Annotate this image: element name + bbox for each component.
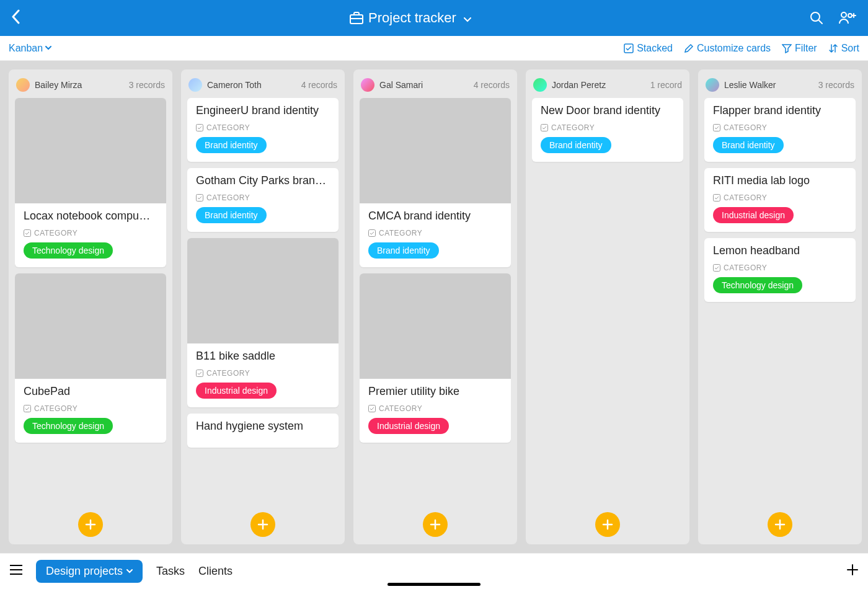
kanban-column: Gal Samari 4 recordsCMCA brand identity … xyxy=(353,69,517,544)
checkbox-icon xyxy=(368,405,376,412)
checkbox-icon xyxy=(196,370,203,377)
avatar xyxy=(361,78,374,92)
svg-rect-11 xyxy=(369,405,376,412)
customize-label: Customize cards xyxy=(697,43,771,54)
back-button[interactable] xyxy=(11,9,26,27)
record-count: 3 records xyxy=(129,80,165,90)
card-title: Gotham City Parks bran… xyxy=(196,174,330,187)
app-header: Project tracker xyxy=(0,0,868,36)
field-label: CATEGORY xyxy=(713,123,847,132)
svg-rect-6 xyxy=(24,405,31,412)
card-thumbnail xyxy=(15,98,166,203)
svg-point-1 xyxy=(811,12,820,21)
checkbox-icon xyxy=(196,124,203,131)
category-tag: Brand identity xyxy=(196,137,267,153)
record-card[interactable]: Gotham City Parks bran… CATEGORY Brand i… xyxy=(187,168,339,232)
column-header[interactable]: Cameron Toth 4 records xyxy=(187,76,339,98)
menu-button[interactable] xyxy=(10,565,22,578)
column-header[interactable]: Gal Samari 4 records xyxy=(360,76,511,98)
category-tag: Brand identity xyxy=(368,242,439,259)
field-label: CATEGORY xyxy=(541,123,675,132)
cards-container[interactable]: EngineerU brand identity CATEGORY Brand … xyxy=(187,98,339,506)
record-card[interactable]: Flapper brand identity CATEGORY Brand id… xyxy=(704,98,856,162)
column-header[interactable]: Leslie Walker 3 records xyxy=(704,76,856,98)
record-card[interactable]: CubePad CATEGORY Technology design xyxy=(15,273,166,443)
card-title: Locax notebook compu… xyxy=(24,210,157,223)
cards-container[interactable]: Flapper brand identity CATEGORY Brand id… xyxy=(704,98,856,506)
add-record-button[interactable] xyxy=(423,512,448,537)
cards-container[interactable]: CMCA brand identity CATEGORY Brand ident… xyxy=(360,98,511,506)
add-record-button[interactable] xyxy=(768,512,792,537)
record-count: 3 records xyxy=(818,80,854,90)
plus-icon xyxy=(257,519,268,530)
chevron-down-icon xyxy=(126,569,133,574)
avatar xyxy=(188,78,202,92)
card-title: RITI media lab logo xyxy=(713,174,847,187)
column-name: Bailey Mirza xyxy=(35,80,129,90)
field-label: CATEGORY xyxy=(196,369,330,378)
add-table-button[interactable] xyxy=(847,564,858,578)
add-record-button[interactable] xyxy=(250,512,275,537)
checkbox-icon xyxy=(24,405,31,412)
record-card[interactable]: B11 bike saddle CATEGORY Industrial desi… xyxy=(187,238,339,407)
add-record-button[interactable] xyxy=(78,512,103,537)
category-tag: Brand identity xyxy=(541,137,611,153)
record-card[interactable]: Premier utility bike CATEGORY Industrial… xyxy=(360,273,511,443)
sort-label: Sort xyxy=(841,43,859,54)
category-tag: Brand identity xyxy=(196,207,267,223)
avatar xyxy=(706,78,719,92)
svg-rect-13 xyxy=(714,125,720,131)
plus-icon xyxy=(774,519,786,530)
record-card[interactable]: Lemon headband CATEGORY Technology desig… xyxy=(704,238,856,302)
table-tab[interactable]: Clients xyxy=(198,565,232,578)
svg-rect-12 xyxy=(541,125,548,131)
field-label: CATEGORY xyxy=(196,193,330,202)
column-name: Gal Samari xyxy=(379,80,474,90)
search-button[interactable] xyxy=(807,11,826,25)
kanban-column: Leslie Walker 3 recordsFlapper brand ide… xyxy=(698,69,862,544)
kanban-column: Jordan Peretz 1 recordNew Door brand ide… xyxy=(526,69,689,544)
record-card[interactable]: EngineerU brand identity CATEGORY Brand … xyxy=(187,98,339,162)
record-card[interactable]: Locax notebook compu… CATEGORY Technolog… xyxy=(15,98,166,267)
cards-container[interactable]: New Door brand identity CATEGORY Brand i… xyxy=(532,98,683,506)
sort-button[interactable]: Sort xyxy=(828,43,859,54)
view-toolbar: Kanban Stacked Customize cards Filter So… xyxy=(0,36,868,61)
stacked-button[interactable]: Stacked xyxy=(624,43,673,54)
record-card[interactable]: RITI media lab logo CATEGORY Industrial … xyxy=(704,168,856,232)
checkbox-icon xyxy=(24,229,31,237)
checkbox-icon xyxy=(713,124,720,131)
record-card[interactable]: Hand hygiene system xyxy=(187,414,339,448)
card-title: Hand hygiene system xyxy=(196,420,330,433)
kanban-column: Cameron Toth 4 recordsEngineerU brand id… xyxy=(181,69,345,544)
record-count: 4 records xyxy=(474,80,510,90)
add-people-button[interactable] xyxy=(838,11,857,25)
home-indicator xyxy=(388,583,480,586)
card-title: B11 bike saddle xyxy=(196,350,330,363)
plus-icon xyxy=(602,519,613,530)
card-title: Lemon headband xyxy=(713,244,847,257)
cards-container[interactable]: Locax notebook compu… CATEGORY Technolog… xyxy=(15,98,166,506)
category-tag: Industrial design xyxy=(713,207,794,223)
filter-button[interactable]: Filter xyxy=(782,43,817,54)
active-table-tab[interactable]: Design projects xyxy=(36,560,143,583)
title-dropdown[interactable]: Project tracker xyxy=(26,10,795,26)
avatar xyxy=(16,78,30,92)
add-record-button[interactable] xyxy=(595,512,620,537)
column-header[interactable]: Jordan Peretz 1 record xyxy=(532,76,683,98)
kanban-board[interactable]: Bailey Mirza 3 recordsLocax notebook com… xyxy=(0,61,868,553)
kanban-column: Bailey Mirza 3 recordsLocax notebook com… xyxy=(9,69,172,544)
plus-icon xyxy=(85,519,96,530)
checkbox-icon xyxy=(541,124,548,131)
table-tab[interactable]: Tasks xyxy=(156,565,185,578)
view-selector[interactable]: Kanban xyxy=(9,43,51,54)
column-name: Cameron Toth xyxy=(207,80,301,90)
record-card[interactable]: CMCA brand identity CATEGORY Brand ident… xyxy=(360,98,511,267)
customize-button[interactable]: Customize cards xyxy=(684,43,771,54)
avatar xyxy=(533,78,547,92)
category-tag: Industrial design xyxy=(368,418,449,434)
record-card[interactable]: New Door brand identity CATEGORY Brand i… xyxy=(532,98,683,162)
column-name: Leslie Walker xyxy=(724,80,818,90)
card-title: CMCA brand identity xyxy=(368,210,502,223)
column-header[interactable]: Bailey Mirza 3 records xyxy=(15,76,166,98)
svg-rect-8 xyxy=(197,195,203,202)
